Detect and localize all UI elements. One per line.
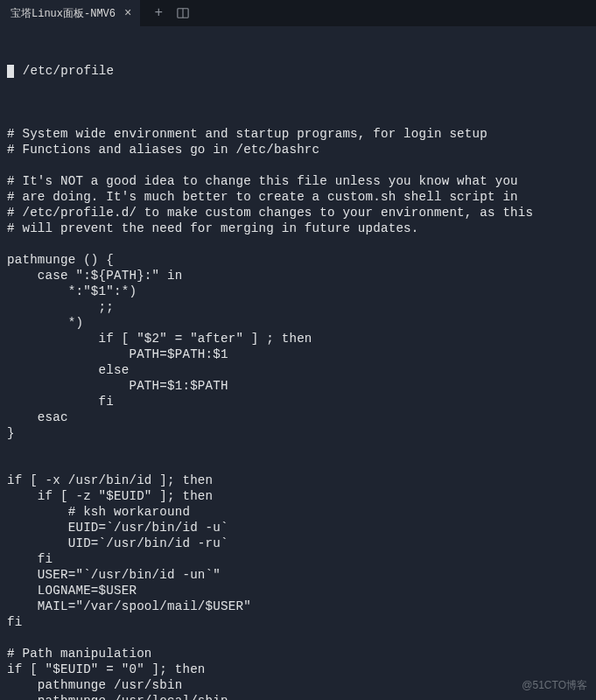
- editor-line: if [ -z "$EUID" ]; then: [7, 488, 589, 504]
- editor-line: if [ "$EUID" = "0" ]; then: [7, 662, 589, 677]
- editor-line: # /etc/profile.d/ to make custom changes…: [7, 205, 589, 220]
- editor-line: [7, 457, 589, 472]
- tab-label: 宝塔Linux面板-NMV6: [11, 6, 116, 21]
- editor-body: # System wide environment and startup pr…: [7, 110, 589, 700]
- editor-line-cursor: /etc/profile: [7, 63, 589, 79]
- editor-line: MAIL="/var/spool/mail/$USER": [7, 598, 589, 614]
- editor-line: # ksh workaround: [7, 504, 589, 520]
- tab-active[interactable]: 宝塔Linux面板-NMV6 ×: [0, 0, 141, 26]
- close-icon[interactable]: ×: [124, 7, 131, 19]
- editor-line: # will prevent the need for merging in f…: [7, 220, 589, 236]
- editor-line: PATH=$1:$PATH: [7, 378, 589, 394]
- editor-line: [7, 110, 589, 126]
- tabbar: 宝塔Linux面板-NMV6 × +: [0, 0, 596, 26]
- editor-line: *): [7, 315, 589, 331]
- editor-line: ;;: [7, 299, 589, 315]
- editor-line: if [ "$2" = "after" ] ; then: [7, 331, 589, 346]
- editor-line: # are doing. It's much better to create …: [7, 189, 589, 205]
- watermark-text: @51CTO博客: [522, 678, 587, 693]
- editor-line: UID=`/usr/bin/id -ru`: [7, 536, 589, 551]
- editor-line: *:"$1":*): [7, 284, 589, 299]
- editor-line: [7, 630, 589, 646]
- editor-line: pathmunge /usr/sbin: [7, 677, 589, 693]
- tab-actions: +: [141, 0, 190, 26]
- text-cursor: [7, 65, 14, 78]
- editor-line: # System wide environment and startup pr…: [7, 126, 589, 142]
- editor-line: if [ -x /usr/bin/id ]; then: [7, 472, 589, 488]
- editor-line: pathmunge () {: [7, 252, 589, 268]
- editor-text: /etc/profile: [15, 64, 114, 78]
- editor-line: EUID=`/usr/bin/id -u`: [7, 520, 589, 536]
- editor-area[interactable]: /etc/profile # System wide environment a…: [0, 26, 596, 700]
- split-pane-icon[interactable]: [176, 6, 190, 20]
- editor-line: USER="`/usr/bin/id -un`": [7, 567, 589, 583]
- editor-line: [7, 236, 589, 252]
- editor-line: # Functions and aliases go in /etc/bashr…: [7, 142, 589, 158]
- editor-line: PATH=$PATH:$1: [7, 346, 589, 362]
- editor-line: else: [7, 362, 589, 378]
- editor-line: [7, 441, 589, 457]
- editor-line: case ":${PATH}:" in: [7, 268, 589, 284]
- editor-line: [7, 158, 589, 173]
- editor-line: fi: [7, 614, 589, 630]
- editor-line: # It's NOT a good idea to change this fi…: [7, 173, 589, 189]
- editor-line: }: [7, 425, 589, 441]
- editor-line: esac: [7, 410, 589, 425]
- editor-line: # Path manipulation: [7, 646, 589, 662]
- editor-line: fi: [7, 551, 589, 567]
- editor-line: fi: [7, 394, 589, 410]
- editor-line: LOGNAME=$USER: [7, 583, 589, 598]
- editor-line: pathmunge /usr/local/sbin: [7, 693, 589, 700]
- new-tab-icon[interactable]: +: [151, 6, 165, 20]
